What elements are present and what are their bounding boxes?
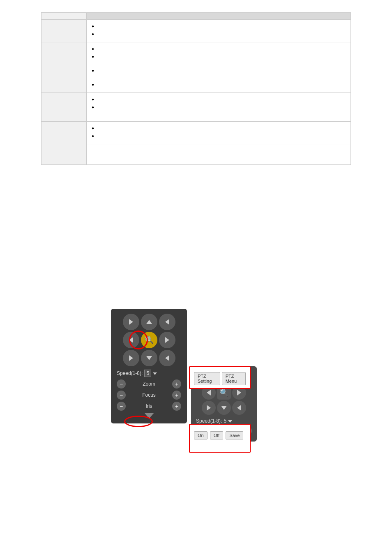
zoom-icon: 🔍	[219, 388, 228, 397]
iris-row: − Iris +	[117, 402, 181, 411]
speed-label: Speed(1-8):	[196, 418, 222, 424]
row2-right	[87, 42, 351, 93]
zoom-minus-button-lg[interactable]: −	[117, 379, 126, 388]
zoom-icon: 🔍	[145, 335, 154, 345]
speed-value: 5	[224, 418, 226, 424]
callout-bottom: On Off Save	[189, 424, 251, 453]
dir-btn-se[interactable]	[232, 401, 246, 415]
row2-left	[42, 42, 87, 93]
iris-label: Iris	[128, 403, 170, 409]
dir-btn-center-large[interactable]: 🔍	[141, 332, 157, 348]
info-table	[41, 12, 351, 165]
bottom-arrow	[117, 413, 181, 419]
row3-right	[87, 93, 351, 122]
dir-btn-n[interactable]	[141, 314, 157, 330]
dropdown-arrow-icon	[228, 420, 232, 423]
list-item	[92, 67, 346, 73]
speed-row: Speed(1-8): 5	[196, 418, 252, 424]
diagram-section: 🔍 Speed(1-8): 5 − Zoom + PTZ Setting PTZ…	[0, 173, 392, 412]
speed-row: Speed(1-8): 5	[117, 370, 181, 377]
table-row	[42, 144, 351, 165]
on-button[interactable]: On	[194, 431, 208, 439]
dir-btn-s[interactable]	[141, 350, 157, 366]
focus-row: − Focus +	[117, 391, 181, 400]
dropdown-arrow-icon	[153, 372, 157, 375]
table-row	[42, 122, 351, 144]
table-header-left	[42, 13, 87, 20]
dir-btn-e[interactable]	[159, 332, 175, 348]
list-item	[92, 133, 346, 138]
dir-btn-se[interactable]	[159, 350, 175, 366]
dir-btn-s[interactable]	[217, 401, 231, 415]
ptz-tabs: PTZ Setting PTZ Menu	[194, 372, 246, 385]
zoom-row: − Zoom +	[117, 379, 181, 388]
speed-dropdown[interactable]	[153, 370, 157, 376]
zoom-label: Zoom	[128, 381, 170, 387]
row5-right	[87, 144, 351, 165]
row3-left	[42, 93, 87, 122]
zoom-plus-button-lg[interactable]: +	[172, 379, 181, 388]
dir-btn-ne[interactable]	[159, 314, 175, 330]
row1-left	[42, 20, 87, 42]
list-item	[92, 31, 346, 36]
dir-btn-nw[interactable]	[123, 314, 139, 330]
list-item	[92, 96, 346, 102]
dir-btn-w[interactable]	[123, 332, 139, 348]
iris-plus-button[interactable]: +	[172, 402, 181, 411]
callout-top: PTZ Setting PTZ Menu	[189, 366, 251, 389]
row1-right	[87, 20, 351, 42]
list-item	[92, 23, 346, 28]
list-item	[92, 81, 346, 87]
ptz-panel-foreground: 🔍 Speed(1-8): 5 − Zoom + − Focus +	[111, 309, 187, 423]
row4-left	[42, 122, 87, 144]
focus-minus-button[interactable]: −	[117, 391, 126, 400]
table-row	[42, 42, 351, 93]
down-arrow-icon	[144, 413, 154, 419]
row4-right	[87, 122, 351, 144]
direction-grid-large: 🔍	[117, 314, 181, 366]
iris-minus-button[interactable]: −	[117, 402, 126, 411]
ptz-menu-tab[interactable]: PTZ Menu	[222, 372, 246, 385]
focus-label: Focus	[128, 392, 170, 398]
speed-value: 5	[144, 370, 151, 377]
table-row	[42, 93, 351, 122]
table-header-right	[87, 13, 351, 20]
list-item	[92, 125, 346, 130]
dir-btn-sw[interactable]	[123, 350, 139, 366]
list-item	[92, 104, 346, 109]
save-button[interactable]: Save	[226, 431, 243, 439]
list-item	[92, 46, 346, 51]
speed-label: Speed(1-8):	[117, 370, 143, 376]
dir-btn-sw[interactable]	[202, 401, 216, 415]
list-item	[92, 53, 346, 59]
off-button[interactable]: Off	[210, 431, 223, 439]
row5-left	[42, 144, 87, 165]
speed-dropdown[interactable]	[228, 418, 232, 424]
focus-plus-button[interactable]: +	[172, 391, 181, 400]
ptz-setting-tab[interactable]: PTZ Setting	[194, 372, 220, 385]
table-section	[0, 0, 392, 173]
action-buttons: On Off Save	[194, 431, 246, 439]
table-row	[42, 20, 351, 42]
